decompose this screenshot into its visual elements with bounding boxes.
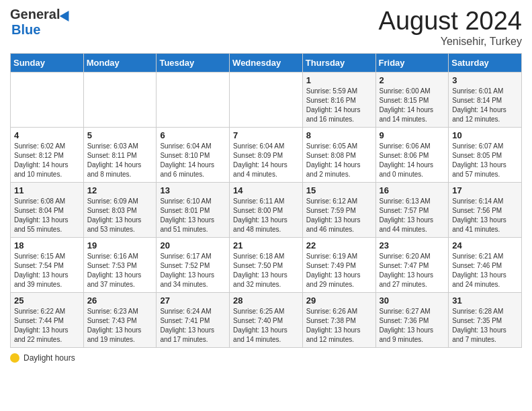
day-info: Sunrise: 6:15 AM Sunset: 7:54 PM Dayligh…	[14, 252, 80, 289]
day-info: Sunrise: 6:14 AM Sunset: 7:56 PM Dayligh…	[452, 197, 518, 234]
day-number: 7	[233, 130, 299, 140]
day-number: 3	[452, 75, 518, 85]
day-info: Sunrise: 6:24 AM Sunset: 7:41 PM Dayligh…	[160, 307, 226, 345]
day-number: 27	[160, 295, 226, 306]
calendar-cell: 10Sunrise: 6:07 AM Sunset: 8:05 PM Dayli…	[449, 128, 522, 183]
day-number: 22	[306, 240, 372, 250]
calendar-cell: 15Sunrise: 6:12 AM Sunset: 7:59 PM Dayli…	[302, 183, 375, 238]
calendar-cell: 21Sunrise: 6:18 AM Sunset: 7:50 PM Dayli…	[230, 238, 303, 293]
calendar-cell: 30Sunrise: 6:27 AM Sunset: 7:36 PM Dayli…	[375, 293, 449, 348]
day-info: Sunrise: 6:17 AM Sunset: 7:52 PM Dayligh…	[160, 252, 226, 289]
day-number: 28	[233, 295, 299, 306]
day-number: 18	[14, 240, 80, 250]
day-number: 23	[380, 240, 445, 250]
calendar-cell: 13Sunrise: 6:10 AM Sunset: 8:01 PM Dayli…	[157, 183, 230, 238]
calendar-cell: 12Sunrise: 6:09 AM Sunset: 8:03 PM Dayli…	[83, 183, 157, 238]
day-header-wednesday: Wednesday	[230, 54, 303, 73]
day-number: 19	[87, 240, 153, 250]
calendar-cell: 7Sunrise: 6:04 AM Sunset: 8:09 PM Daylig…	[230, 128, 303, 183]
day-number: 10	[452, 130, 518, 140]
day-info: Sunrise: 6:03 AM Sunset: 8:11 PM Dayligh…	[87, 142, 153, 179]
day-number: 16	[380, 185, 445, 195]
day-info: Sunrise: 6:04 AM Sunset: 8:09 PM Dayligh…	[233, 142, 299, 179]
day-number: 13	[160, 185, 226, 195]
calendar-cell: 9Sunrise: 6:06 AM Sunset: 8:06 PM Daylig…	[375, 128, 449, 183]
day-number: 14	[233, 185, 299, 195]
page-header: General Blue August 2024 Yenisehir, Turk…	[10, 7, 522, 48]
calendar-cell: 24Sunrise: 6:21 AM Sunset: 7:46 PM Dayli…	[449, 238, 522, 293]
calendar-cell: 17Sunrise: 6:14 AM Sunset: 7:56 PM Dayli…	[449, 183, 522, 238]
day-info: Sunrise: 6:23 AM Sunset: 7:43 PM Dayligh…	[87, 307, 153, 345]
day-info: Sunrise: 6:21 AM Sunset: 7:46 PM Dayligh…	[452, 252, 518, 289]
day-number: 17	[452, 185, 518, 195]
calendar-cell: 16Sunrise: 6:13 AM Sunset: 7:57 PM Dayli…	[375, 183, 449, 238]
day-number: 15	[306, 185, 372, 195]
day-info: Sunrise: 5:59 AM Sunset: 8:16 PM Dayligh…	[306, 87, 372, 124]
calendar-cell: 18Sunrise: 6:15 AM Sunset: 7:54 PM Dayli…	[11, 238, 84, 293]
calendar-cell	[157, 73, 230, 128]
day-info: Sunrise: 6:09 AM Sunset: 8:03 PM Dayligh…	[87, 197, 153, 234]
day-info: Sunrise: 6:18 AM Sunset: 7:50 PM Dayligh…	[233, 252, 299, 289]
day-number: 5	[87, 130, 153, 140]
day-number: 8	[306, 130, 372, 140]
day-info: Sunrise: 6:11 AM Sunset: 8:00 PM Dayligh…	[233, 197, 299, 234]
day-info: Sunrise: 6:04 AM Sunset: 8:10 PM Dayligh…	[160, 142, 226, 179]
day-number: 2	[380, 75, 445, 85]
day-info: Sunrise: 6:02 AM Sunset: 8:12 PM Dayligh…	[14, 142, 80, 179]
day-info: Sunrise: 6:20 AM Sunset: 7:47 PM Dayligh…	[380, 252, 445, 289]
day-number: 9	[380, 130, 445, 140]
daylight-label: Daylight hours	[24, 353, 75, 363]
day-header-monday: Monday	[83, 54, 157, 73]
day-info: Sunrise: 6:05 AM Sunset: 8:08 PM Dayligh…	[306, 142, 372, 179]
day-info: Sunrise: 6:06 AM Sunset: 8:06 PM Dayligh…	[380, 142, 445, 179]
day-header-sunday: Sunday	[11, 54, 84, 73]
footer: Daylight hours	[10, 353, 522, 363]
title-block: August 2024 Yenisehir, Turkey	[379, 7, 522, 48]
day-info: Sunrise: 6:00 AM Sunset: 8:15 PM Dayligh…	[380, 87, 445, 124]
day-number: 30	[380, 295, 445, 306]
day-info: Sunrise: 6:28 AM Sunset: 7:35 PM Dayligh…	[452, 307, 518, 345]
sun-icon	[10, 353, 19, 363]
calendar-cell: 22Sunrise: 6:19 AM Sunset: 7:49 PM Dayli…	[302, 238, 375, 293]
day-info: Sunrise: 6:13 AM Sunset: 7:57 PM Dayligh…	[380, 197, 445, 234]
calendar-table: SundayMondayTuesdayWednesdayThursdayFrid…	[10, 53, 522, 348]
day-info: Sunrise: 6:16 AM Sunset: 7:53 PM Dayligh…	[87, 252, 153, 289]
day-number: 12	[87, 185, 153, 195]
calendar-cell: 8Sunrise: 6:05 AM Sunset: 8:08 PM Daylig…	[302, 128, 375, 183]
day-header-tuesday: Tuesday	[157, 54, 230, 73]
day-number: 11	[14, 185, 80, 195]
logo: General Blue	[10, 7, 72, 38]
day-info: Sunrise: 6:27 AM Sunset: 7:36 PM Dayligh…	[380, 307, 445, 345]
day-number: 21	[233, 240, 299, 250]
calendar-cell	[11, 73, 84, 128]
calendar-cell	[230, 73, 303, 128]
calendar-cell: 23Sunrise: 6:20 AM Sunset: 7:47 PM Dayli…	[375, 238, 449, 293]
day-number: 26	[87, 295, 153, 306]
calendar-cell: 6Sunrise: 6:04 AM Sunset: 8:10 PM Daylig…	[157, 128, 230, 183]
calendar-cell: 4Sunrise: 6:02 AM Sunset: 8:12 PM Daylig…	[11, 128, 84, 183]
day-number: 24	[452, 240, 518, 250]
location-title: Yenisehir, Turkey	[379, 36, 522, 48]
day-header-thursday: Thursday	[302, 54, 375, 73]
day-number: 1	[306, 75, 372, 85]
calendar-cell: 1Sunrise: 5:59 AM Sunset: 8:16 PM Daylig…	[302, 73, 375, 128]
calendar-cell: 20Sunrise: 6:17 AM Sunset: 7:52 PM Dayli…	[157, 238, 230, 293]
logo-blue-text: Blue	[11, 22, 40, 38]
day-info: Sunrise: 6:07 AM Sunset: 8:05 PM Dayligh…	[452, 142, 518, 179]
calendar-cell: 14Sunrise: 6:11 AM Sunset: 8:00 PM Dayli…	[230, 183, 303, 238]
calendar-cell: 28Sunrise: 6:25 AM Sunset: 7:40 PM Dayli…	[230, 293, 303, 348]
month-title: August 2024	[379, 7, 522, 36]
calendar-cell: 2Sunrise: 6:00 AM Sunset: 8:15 PM Daylig…	[375, 73, 449, 128]
calendar-cell: 29Sunrise: 6:26 AM Sunset: 7:38 PM Dayli…	[302, 293, 375, 348]
calendar-cell: 25Sunrise: 6:22 AM Sunset: 7:44 PM Dayli…	[11, 293, 84, 348]
logo-general: General	[10, 7, 60, 22]
calendar-cell: 5Sunrise: 6:03 AM Sunset: 8:11 PM Daylig…	[83, 128, 157, 183]
day-info: Sunrise: 6:12 AM Sunset: 7:59 PM Dayligh…	[306, 197, 372, 234]
day-info: Sunrise: 6:26 AM Sunset: 7:38 PM Dayligh…	[306, 307, 372, 345]
calendar-cell: 19Sunrise: 6:16 AM Sunset: 7:53 PM Dayli…	[83, 238, 157, 293]
day-info: Sunrise: 6:08 AM Sunset: 8:04 PM Dayligh…	[14, 197, 80, 234]
logo-triangle	[60, 7, 74, 21]
day-info: Sunrise: 6:22 AM Sunset: 7:44 PM Dayligh…	[14, 307, 80, 345]
day-info: Sunrise: 6:19 AM Sunset: 7:49 PM Dayligh…	[306, 252, 372, 289]
calendar-cell: 11Sunrise: 6:08 AM Sunset: 8:04 PM Dayli…	[11, 183, 84, 238]
